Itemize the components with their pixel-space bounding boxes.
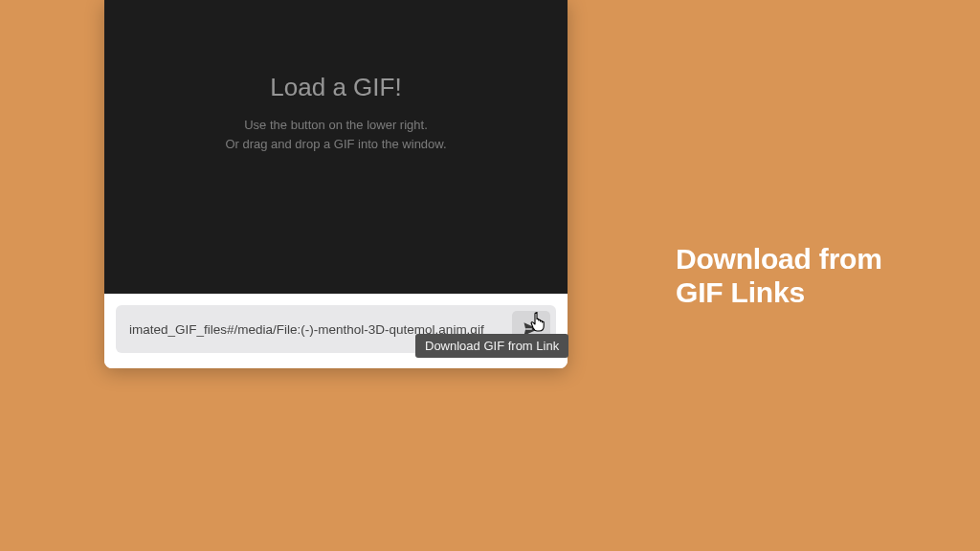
drop-zone-title: Load a GIF! (104, 73, 568, 102)
drop-zone-prompt: Load a GIF! Use the button on the lower … (104, 0, 568, 154)
marketing-headline: Download from GIF Links (676, 243, 882, 309)
drop-zone-hint-1: Use the button on the lower right. (104, 116, 568, 135)
drop-zone-hint-2: Or drag and drop a GIF into the window. (104, 135, 568, 154)
gif-drop-zone[interactable]: Load a GIF! Use the button on the lower … (104, 0, 568, 294)
download-tooltip: Download GIF from Link (415, 334, 568, 358)
headline-line-2: GIF Links (676, 276, 882, 310)
headline-line-1: Download from (676, 243, 882, 276)
app-window: Load a GIF! Use the button on the lower … (104, 0, 568, 368)
